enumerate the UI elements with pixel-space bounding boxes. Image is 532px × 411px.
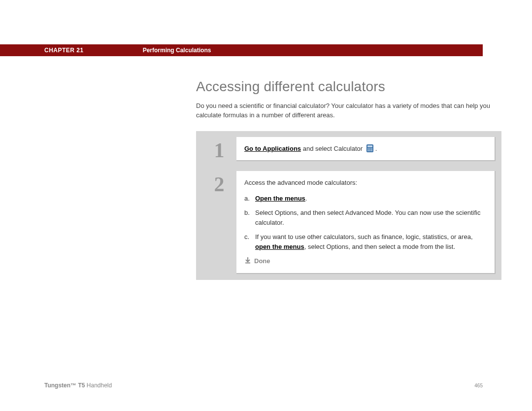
go-to-applications-link[interactable]: Go to Applications xyxy=(244,145,301,152)
step-1: 1 Go to Applications and select Calculat… xyxy=(198,133,499,166)
main-content: Accessing different calculators Do you n… xyxy=(196,79,501,280)
product-rest: Handheld xyxy=(85,382,112,389)
step-2-sublist: a. Open the menus. b. Select Options, an… xyxy=(244,194,487,252)
svg-rect-4 xyxy=(371,148,372,150)
calculator-icon xyxy=(365,145,375,152)
step-2c-before: If you want to use other calculators, su… xyxy=(255,233,473,240)
done-indicator: Done xyxy=(244,256,487,266)
step-1-text: and select Calculator xyxy=(301,145,365,152)
section-title: Performing Calculations xyxy=(84,47,211,54)
svg-rect-5 xyxy=(367,150,369,151)
step-2-body: Access the advanced mode calculators: a.… xyxy=(236,171,496,274)
step-2a: a. Open the menus. xyxy=(244,194,487,204)
step-2c-after: , select Options, and then select a mode… xyxy=(304,243,455,250)
product-strong: Tungsten™ T5 xyxy=(44,382,85,389)
page-number: 465 xyxy=(474,383,483,388)
page-footer: Tungsten™ T5 Handheld 465 xyxy=(44,382,483,389)
step-2c: c. If you want to use other calculators,… xyxy=(244,232,487,251)
page-title: Accessing different calculators xyxy=(196,79,501,95)
chapter-header: CHAPTER 21 Performing Calculations xyxy=(0,44,483,56)
step-2b: b. Select Options, and then select Advan… xyxy=(244,208,487,227)
svg-rect-6 xyxy=(369,150,370,151)
open-the-menus-link[interactable]: Open the menus xyxy=(255,195,305,202)
step-1-number: 1 xyxy=(202,137,236,161)
steps-container: 1 Go to Applications and select Calculat… xyxy=(196,131,501,280)
step-1-period: . xyxy=(375,145,377,152)
step-2a-label: a. xyxy=(244,194,255,204)
product-name: Tungsten™ T5 Handheld xyxy=(44,382,112,389)
svg-rect-1 xyxy=(367,145,372,147)
svg-rect-3 xyxy=(369,148,370,150)
chapter-label: CHAPTER 21 xyxy=(0,47,84,54)
step-2: 2 Access the advanced mode calculators: … xyxy=(198,165,499,278)
svg-rect-2 xyxy=(367,148,369,150)
step-2b-text: Select Options, and then select Advanced… xyxy=(255,208,487,227)
step-1-body: Go to Applications and select Calculator… xyxy=(236,137,496,162)
step-2a-suffix: . xyxy=(305,195,307,202)
step-2c-label: c. xyxy=(244,232,255,251)
step-2-lead: Access the advanced mode calculators: xyxy=(244,178,487,188)
step-2b-label: b. xyxy=(244,208,255,227)
open-the-menus-link-2[interactable]: open the menus xyxy=(255,243,304,250)
intro-paragraph: Do you need a scientific or financial ca… xyxy=(196,102,501,120)
svg-rect-7 xyxy=(371,150,372,151)
done-label: Done xyxy=(254,256,270,266)
done-arrow-icon xyxy=(244,257,251,265)
step-2-number: 2 xyxy=(202,171,236,195)
